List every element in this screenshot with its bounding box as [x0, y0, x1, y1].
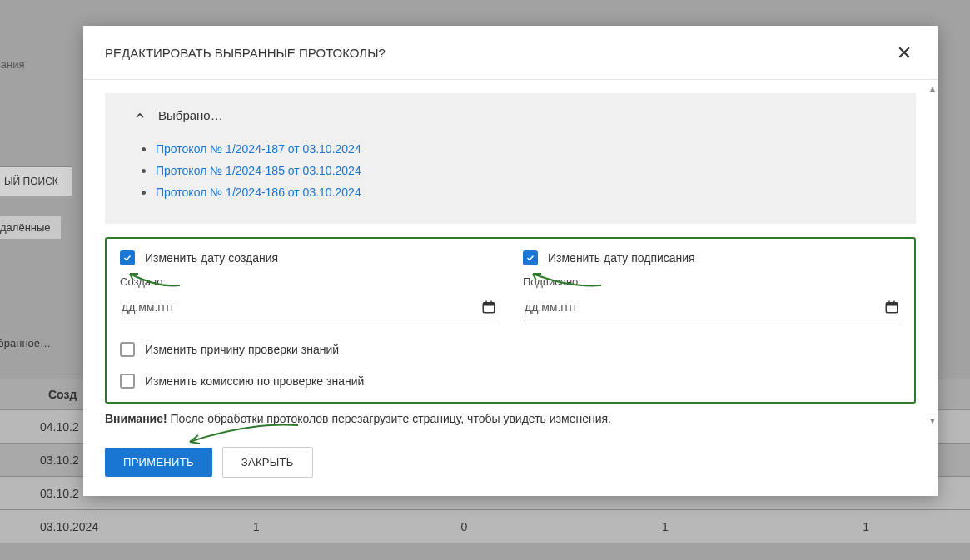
protocol-list: Протокол № 1/2024-187 от 03.10.2024 Прот…: [125, 142, 896, 199]
modal-header: РЕДАКТИРОВАТЬ ВЫБРАННЫЕ ПРОТОКОЛЫ?: [83, 26, 938, 80]
date-placeholder: дд.мм.гггг: [122, 300, 175, 314]
apply-button[interactable]: ПРИМЕНИТЬ: [105, 448, 212, 477]
bg-selected-partial: ыбранное…: [0, 337, 51, 349]
change-signing-date-checkbox[interactable]: [523, 250, 538, 265]
table-row: 03.10.2024 1 0 1 1: [0, 510, 970, 543]
signed-date-input[interactable]: дд.мм.гггг: [523, 295, 901, 320]
svg-rect-1: [483, 303, 495, 306]
close-icon: [896, 44, 913, 61]
chevron-up-icon: [133, 109, 147, 122]
list-item: Протокол № 1/2024-185 от 03.10.2024: [142, 164, 896, 177]
svg-rect-5: [886, 303, 898, 306]
close-button[interactable]: [893, 41, 916, 64]
edit-protocols-modal: РЕДАКТИРОВАТЬ ВЫБРАННЫЕ ПРОТОКОЛЫ? ▲ ▼ В…: [83, 26, 938, 496]
protocol-link[interactable]: Протокол № 1/2024-186 от 03.10.2024: [156, 186, 361, 199]
warning-bold: Внимание!: [105, 412, 167, 425]
checkmark-icon: [122, 253, 132, 263]
bg-col-created: Созд: [0, 388, 77, 401]
protocol-link[interactable]: Протокол № 1/2024-185 от 03.10.2024: [156, 164, 361, 177]
selected-toggle[interactable]: Выбрано…: [125, 108, 896, 122]
warning-text: Внимание! После обработки протоколов пер…: [105, 412, 916, 425]
signed-label: Подписано:: [523, 275, 901, 288]
change-reason-checkbox[interactable]: [120, 342, 135, 357]
change-creation-date-label[interactable]: Изменить дату создания: [145, 251, 278, 265]
warning-rest: После обработки протоколов перезагрузите…: [167, 412, 611, 425]
signing-col: Изменить дату подписания Подписано: дд.м…: [523, 250, 901, 320]
list-item: Протокол № 1/2024-186 от 03.10.2024: [142, 186, 896, 199]
checkmark-icon: [525, 253, 535, 263]
creation-col: Изменить дату создания Создано: дд.мм.гг…: [120, 250, 498, 320]
change-commission-checkbox[interactable]: [120, 374, 135, 389]
change-signing-date-label[interactable]: Изменить дату подписания: [548, 251, 695, 265]
change-reason-label[interactable]: Изменить причину проверки знаний: [145, 343, 339, 356]
calendar-icon[interactable]: [884, 300, 899, 315]
scrollbar[interactable]: ▲ ▼: [928, 85, 935, 425]
date-placeholder: дд.мм.гггг: [525, 300, 578, 314]
edit-form-section: Изменить дату создания Создано: дд.мм.гг…: [105, 237, 916, 404]
modal-title: РЕДАКТИРОВАТЬ ВЫБРАННЫЕ ПРОТОКОЛЫ?: [105, 46, 386, 60]
selected-label: Выбрано…: [158, 108, 223, 122]
calendar-icon[interactable]: [481, 300, 496, 315]
modal-footer: ПРИМЕНИТЬ ЗАКРЫТЬ: [83, 430, 938, 496]
close-button-footer[interactable]: ЗАКРЫТЬ: [222, 447, 313, 478]
bullet-icon: [142, 147, 146, 151]
created-date-input[interactable]: дд.мм.гггг: [120, 295, 498, 320]
selected-protocols-panel: Выбрано… Протокол № 1/2024-187 от 03.10.…: [105, 93, 916, 224]
list-item: Протокол № 1/2024-187 от 03.10.2024: [142, 142, 896, 156]
scroll-up-icon: ▲: [928, 85, 935, 93]
bg-deleted-tab: далённые: [0, 216, 61, 239]
change-creation-date-checkbox[interactable]: [120, 250, 135, 265]
change-commission-label[interactable]: Изменить комиссию по проверке знаний: [145, 374, 364, 388]
bg-header-partial: звания: [0, 58, 24, 71]
created-label: Создано:: [120, 275, 498, 288]
bg-search-button: ЫЙ ПОИСК: [0, 166, 72, 196]
modal-body: ▲ ▼ Выбрано… Протокол № 1/2024-187 от 03…: [83, 80, 938, 430]
bullet-icon: [142, 169, 146, 173]
bullet-icon: [142, 191, 146, 195]
scroll-down-icon: ▼: [928, 417, 935, 425]
protocol-link[interactable]: Протокол № 1/2024-187 от 03.10.2024: [156, 142, 361, 156]
